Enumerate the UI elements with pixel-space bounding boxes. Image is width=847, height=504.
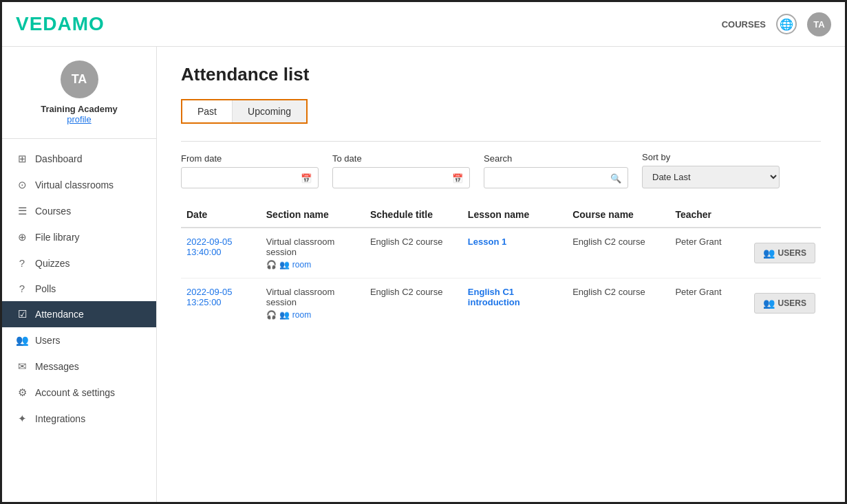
lesson-name-cell: English C1 introduction <box>462 278 567 329</box>
sidebar-item-attendance[interactable]: ☑ Attendance <box>2 301 156 327</box>
sidebar-item-courses[interactable]: ☰ Courses <box>2 198 156 224</box>
from-date-label: From date <box>181 153 319 164</box>
file-library-icon: ⊕ <box>16 231 28 243</box>
polls-icon: ? <box>16 283 28 294</box>
table-header-row: Date Section name Schedule title Lesson … <box>181 202 821 228</box>
col-header-action <box>749 202 821 228</box>
col-header-section: Section name <box>261 202 365 228</box>
lesson-link[interactable]: English C1 introduction <box>468 287 520 307</box>
col-header-lesson: Lesson name <box>462 202 567 228</box>
users-group-icon: 👥 <box>279 310 290 320</box>
messages-icon: ✉ <box>16 360 28 373</box>
sort-select[interactable]: Date Last Date First Name A-Z Name Z-A <box>642 166 780 188</box>
section-name: Virtual classroom session <box>266 287 334 307</box>
action-cell: 👥 USERS <box>749 228 821 278</box>
sidebar-item-label: Messages <box>35 361 79 372</box>
calendar-icon-2: 📅 <box>452 173 463 183</box>
lesson-name-cell: Lesson 1 <box>462 228 567 278</box>
sidebar-item-polls[interactable]: ? Polls <box>2 276 156 301</box>
sidebar-item-virtual-classrooms[interactable]: ⊙ Virtual classrooms <box>2 172 156 198</box>
section-name-cell: Virtual classroom session 🎧 👥 room <box>261 228 365 278</box>
users-btn-label: USERS <box>778 298 806 308</box>
users-btn-icon: 👥 <box>763 248 775 259</box>
date-cell: 2022-09-05 13:25:00 <box>181 278 261 329</box>
sidebar-item-account-settings[interactable]: ⚙ Account & settings <box>2 380 156 406</box>
main-content: Attendance list Past Upcoming From date … <box>157 47 845 502</box>
search-label: Search <box>484 153 628 164</box>
sidebar-profile: TA Training Academy profile <box>2 47 156 139</box>
room-link[interactable]: room <box>292 260 311 270</box>
sidebar-item-dashboard[interactable]: ⊞ Dashboard <box>2 146 156 172</box>
date-value: 2022-09-05 13:40:00 <box>186 237 233 257</box>
users-btn-icon: 👥 <box>763 298 775 309</box>
sidebar-item-messages[interactable]: ✉ Messages <box>2 353 156 380</box>
to-date-input-wrapper: 📅 <box>332 167 470 188</box>
from-date-input[interactable] <box>181 167 319 188</box>
teacher-cell: Peter Grant <box>669 278 748 329</box>
section-icons: 🎧 👥 room <box>266 260 359 270</box>
tabs-container: Past Upcoming <box>181 99 308 124</box>
date: 2022-09-05 <box>186 237 233 247</box>
profile-link[interactable]: profile <box>67 114 91 124</box>
sort-by-label: Sort by <box>642 152 780 162</box>
courses-icon: ☰ <box>16 205 28 217</box>
sidebar-item-label: Virtual classrooms <box>35 179 114 190</box>
search-input[interactable] <box>484 167 628 188</box>
sidebar-item-integrations[interactable]: ✦ Integrations <box>2 406 156 432</box>
sidebar-item-label: Quizzes <box>35 258 70 269</box>
date: 2022-09-05 <box>186 287 233 297</box>
to-date-label: To date <box>332 153 470 164</box>
users-icon: 👥 <box>16 334 28 347</box>
sidebar-item-quizzes[interactable]: ? Quizzes <box>2 250 156 276</box>
users-btn-label: USERS <box>778 248 806 258</box>
room-link[interactable]: room <box>292 310 311 320</box>
courses-nav-link[interactable]: COURSES <box>722 19 766 30</box>
sort-filter: Sort by Date Last Date First Name A-Z Na… <box>642 152 780 188</box>
headset-icon: 🎧 <box>266 310 277 320</box>
lesson-link[interactable]: Lesson 1 <box>468 237 506 247</box>
col-header-course: Course name <box>567 202 669 228</box>
search-input-wrapper: 🔍 <box>484 167 628 188</box>
main-layout: TA Training Academy profile ⊞ Dashboard … <box>2 47 845 502</box>
time: 13:40:00 <box>186 247 222 257</box>
attendance-table: Date Section name Schedule title Lesson … <box>181 202 821 328</box>
divider <box>181 141 821 142</box>
schedule-title-cell: English C2 course <box>365 228 462 278</box>
sidebar-item-label: Polls <box>35 283 56 294</box>
sidebar-item-file-library[interactable]: ⊕ File library <box>2 224 156 250</box>
sidebar-item-label: Dashboard <box>35 153 83 164</box>
user-avatar-header[interactable]: TA <box>807 12 831 36</box>
table-row: 2022-09-05 13:40:00 Virtual classroom se… <box>181 228 821 278</box>
sidebar-item-label: File library <box>35 232 80 243</box>
date-value: 2022-09-05 13:25:00 <box>186 287 233 307</box>
language-icon[interactable]: 🌐 <box>776 14 797 34</box>
sidebar: TA Training Academy profile ⊞ Dashboard … <box>2 47 157 502</box>
sidebar-item-users[interactable]: 👥 Users <box>2 327 156 353</box>
users-button[interactable]: 👥 USERS <box>754 293 815 314</box>
integrations-icon: ✦ <box>16 413 28 425</box>
col-header-date: Date <box>181 202 261 228</box>
page-title: Attendance list <box>181 64 821 85</box>
section-icons: 🎧 👥 room <box>266 310 359 320</box>
action-cell: 👥 USERS <box>749 278 821 329</box>
app-container: VEDAMO COURSES 🌐 TA TA Training Academy … <box>0 0 847 504</box>
col-header-schedule: Schedule title <box>365 202 462 228</box>
section-name: Virtual classroom session <box>266 237 334 257</box>
sidebar-item-label: Account & settings <box>35 387 115 398</box>
calendar-icon: 📅 <box>301 173 312 183</box>
tab-past[interactable]: Past <box>182 100 233 122</box>
to-date-input[interactable] <box>332 167 470 188</box>
dashboard-icon: ⊞ <box>16 153 28 165</box>
logo: VEDAMO <box>16 13 105 35</box>
schedule-title-cell: English C2 course <box>365 278 462 329</box>
sidebar-user-name: Training Academy <box>41 104 118 114</box>
sidebar-item-label: Courses <box>35 206 71 217</box>
tab-upcoming[interactable]: Upcoming <box>233 100 306 122</box>
account-settings-icon: ⚙ <box>16 386 28 399</box>
filters-row: From date 📅 To date 📅 Search <box>181 152 821 188</box>
users-button[interactable]: 👥 USERS <box>754 243 815 263</box>
quizzes-icon: ? <box>16 257 28 269</box>
sidebar-nav: ⊞ Dashboard ⊙ Virtual classrooms ☰ Cours… <box>2 139 156 495</box>
search-filter: Search 🔍 <box>484 153 628 188</box>
date-cell: 2022-09-05 13:40:00 <box>181 228 261 278</box>
